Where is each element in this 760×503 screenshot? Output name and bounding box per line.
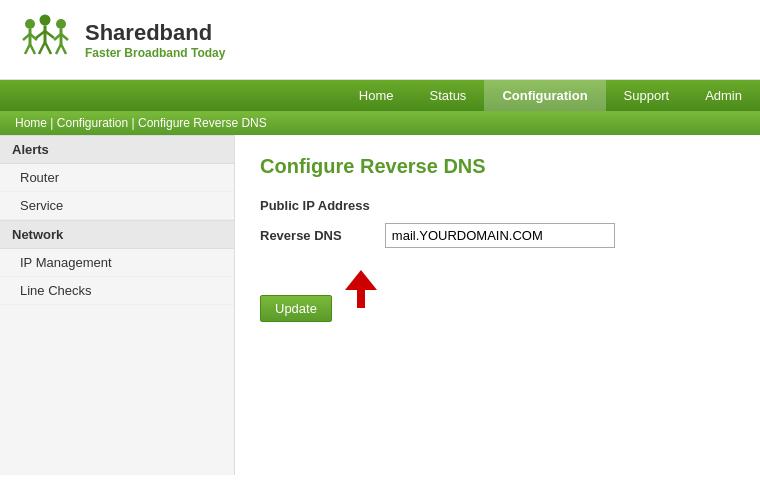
nav-bar: Home Status Configuration Support Admin [0, 80, 760, 111]
sidebar-section-network: Network [0, 220, 234, 249]
form-row-public-ip: Public IP Address [260, 193, 625, 218]
logo-title: Sharedband [85, 20, 225, 46]
reverse-dns-input[interactable] [385, 223, 615, 248]
layout: Alerts Router Service Network IP Managem… [0, 135, 760, 475]
label-reverse-dns: Reverse DNS [260, 218, 385, 253]
breadcrumb-current: Configure Reverse DNS [138, 116, 267, 130]
breadcrumb: Home | Configuration | Configure Reverse… [0, 111, 760, 135]
sidebar: Alerts Router Service Network IP Managem… [0, 135, 235, 475]
nav-home[interactable]: Home [341, 80, 412, 111]
svg-line-11 [45, 42, 51, 54]
nav-status[interactable]: Status [412, 80, 485, 111]
logo-area: Sharedband Faster Broadband Today [15, 12, 225, 67]
header: Sharedband Faster Broadband Today [0, 0, 760, 80]
nav-support[interactable]: Support [606, 80, 688, 111]
svg-point-12 [56, 19, 66, 29]
svg-line-17 [61, 44, 66, 54]
svg-marker-19 [345, 270, 377, 290]
sidebar-item-ip-management[interactable]: IP Management [0, 249, 234, 277]
sidebar-section-alerts: Alerts [0, 135, 234, 164]
main-content: Configure Reverse DNS Public IP Address … [235, 135, 760, 475]
sidebar-item-service[interactable]: Service [0, 192, 234, 220]
sidebar-item-router[interactable]: Router [0, 164, 234, 192]
form-table: Public IP Address Reverse DNS [260, 193, 625, 253]
arrow-up-icon [341, 268, 381, 313]
svg-point-6 [40, 15, 51, 26]
svg-point-0 [25, 19, 35, 29]
svg-rect-18 [357, 290, 365, 308]
action-area: Update [260, 263, 735, 322]
logo-icon [15, 12, 75, 67]
svg-line-4 [25, 44, 30, 54]
page-title: Configure Reverse DNS [260, 155, 735, 178]
logo-tagline: Faster Broadband Today [85, 46, 225, 60]
svg-line-10 [39, 42, 45, 54]
form-row-reverse-dns: Reverse DNS [260, 218, 625, 253]
breadcrumb-home[interactable]: Home [15, 116, 47, 130]
sidebar-item-line-checks[interactable]: Line Checks [0, 277, 234, 305]
svg-line-16 [56, 44, 61, 54]
svg-line-5 [30, 44, 35, 54]
logo-text: Sharedband Faster Broadband Today [85, 20, 225, 60]
footer: © 2007-2013 Sharedband Ltd. All rights r… [0, 495, 760, 503]
breadcrumb-configuration[interactable]: Configuration [57, 116, 128, 130]
update-button[interactable]: Update [260, 295, 332, 322]
nav-configuration[interactable]: Configuration [484, 80, 605, 111]
label-public-ip: Public IP Address [260, 193, 385, 218]
nav-admin[interactable]: Admin [687, 80, 760, 111]
